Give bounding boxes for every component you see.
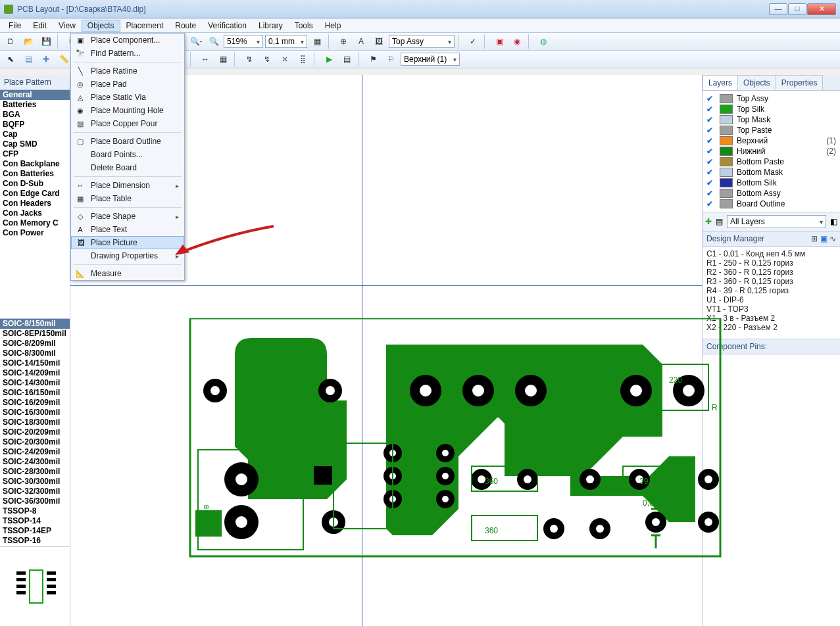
menu-verification[interactable]: Verification xyxy=(202,20,253,32)
layer-color-swatch[interactable] xyxy=(720,189,733,198)
layer-visible-icon[interactable]: ✔ xyxy=(706,147,716,156)
layer-row[interactable]: ✔Top Assy xyxy=(705,93,837,104)
library-item[interactable]: Con Jacks xyxy=(0,208,70,218)
layer-row[interactable]: ✔Верхний(1) xyxy=(705,135,837,146)
zoom-window-icon[interactable]: 🔍 xyxy=(206,34,222,49)
pattern-item[interactable]: SOIC-8/300mil xyxy=(0,349,70,358)
menu-item-find-pattern[interactable]: 🔭Find Pattern... xyxy=(71,47,184,60)
maximize-button[interactable]: □ xyxy=(788,3,806,15)
layer-color-swatch[interactable] xyxy=(720,136,733,145)
route-icon[interactable]: ↯ xyxy=(241,52,257,66)
pattern-item[interactable]: SOIC-18/300mil xyxy=(0,418,70,427)
menu-item-place-text[interactable]: APlace Text xyxy=(71,223,184,236)
layer-visible-icon[interactable]: ✔ xyxy=(706,189,716,198)
library-item[interactable]: Con Memory C xyxy=(0,218,70,228)
pattern-item[interactable]: TSSOP-14EP xyxy=(0,526,70,536)
layer-color-swatch[interactable] xyxy=(720,199,733,208)
layer-color-swatch[interactable] xyxy=(720,157,733,166)
menu-route[interactable]: Route xyxy=(169,20,202,32)
design-manager-item[interactable]: U1 - DIP-6 xyxy=(706,295,836,304)
layer-color-swatch[interactable] xyxy=(720,168,733,177)
pattern-item[interactable]: SOIC-30/300mil xyxy=(0,477,70,487)
drc-check-icon[interactable]: ⚑ xyxy=(365,52,381,66)
library-item[interactable]: Con Edge Card xyxy=(0,189,70,199)
menu-item-place-picture[interactable]: 🖼Place Picture xyxy=(71,236,184,249)
table-tool-icon[interactable]: ▦ xyxy=(215,52,231,66)
menu-item-board-points[interactable]: Board Points... xyxy=(71,148,184,161)
pattern-item[interactable]: SOIC-16/300mil xyxy=(0,408,70,418)
layer-color-swatch[interactable] xyxy=(720,126,733,135)
picture-icon[interactable]: 🖼 xyxy=(371,34,387,49)
menu-item-place-shape[interactable]: ◇Place Shape▸ xyxy=(71,210,184,223)
pattern-item[interactable]: SOIC-8EP/150mil xyxy=(0,329,70,339)
pattern-item[interactable]: SOIC-20/209mil xyxy=(0,427,70,437)
menu-item-place-component[interactable]: ▣Place Component... xyxy=(71,34,184,47)
cross-icon[interactable]: ✚ xyxy=(38,52,54,66)
menu-item-place-pad[interactable]: ◎Place Pad xyxy=(71,78,184,91)
zoom-out-icon[interactable]: 🔍- xyxy=(188,34,204,49)
pattern-list[interactable]: SOIC-8/150milSOIC-8EP/150milSOIC-8/209mi… xyxy=(0,319,70,548)
new-icon[interactable]: 🗋 xyxy=(3,34,18,49)
pattern-item[interactable]: SOIC-14/150mil xyxy=(0,358,70,368)
layer-row[interactable]: ✔Bottom Assy xyxy=(705,188,837,199)
dim-tool-icon[interactable]: ↔ xyxy=(197,52,213,66)
layer-color-swatch[interactable] xyxy=(720,115,733,124)
open-icon[interactable]: 📂 xyxy=(20,34,36,49)
drc-icon[interactable]: ✓ xyxy=(465,34,481,49)
design-manager-item[interactable]: R3 - 360 - R 0,125 гориз xyxy=(706,277,836,286)
layer-visible-icon[interactable]: ✔ xyxy=(706,178,716,187)
library-item[interactable]: BGA xyxy=(0,110,70,120)
design-manager-item[interactable]: C1 - 0,01 - Конд неп 4.5 мм xyxy=(706,249,836,258)
pattern-item[interactable]: SOIC-14/300mil xyxy=(0,378,70,388)
library-item[interactable]: Con D-Sub xyxy=(0,179,70,189)
layer-visible-icon[interactable]: ✔ xyxy=(706,157,716,166)
tab-objects[interactable]: Objects xyxy=(737,75,776,90)
layer-visible-icon[interactable]: ✔ xyxy=(706,126,716,135)
pattern-item[interactable]: TSSOP-8 xyxy=(0,506,70,516)
add-layer-icon[interactable]: ✚ xyxy=(705,217,712,226)
library-list[interactable]: GeneralBatteriesBGABQFPCapCap SMDCFPCon … xyxy=(0,90,70,319)
menu-item-drawing-properties[interactable]: Drawing Properties▸ xyxy=(71,249,184,262)
menu-item-place-table[interactable]: ▦Place Table xyxy=(71,192,184,205)
pattern-item[interactable]: SOIC-16/150mil xyxy=(0,388,70,398)
layer-color-swatch[interactable] xyxy=(720,105,733,114)
grid-icon[interactable]: ▦ xyxy=(309,34,325,49)
dm-icon-3[interactable]: ∿ xyxy=(829,234,836,243)
menu-view[interactable]: View xyxy=(53,20,82,32)
layer-row[interactable]: ✔Нижний(2) xyxy=(705,146,837,156)
library-item[interactable]: Con Headers xyxy=(0,199,70,208)
origin-icon[interactable]: ⊕ xyxy=(335,34,351,49)
design-manager-item[interactable]: R4 - 39 - R 0,125 гориз xyxy=(706,286,836,295)
menu-help[interactable]: Help xyxy=(319,20,347,32)
pattern-item[interactable]: TSSOP-14 xyxy=(0,516,70,526)
dm-icon-1[interactable]: ⊞ xyxy=(811,234,818,243)
layer-visible-icon[interactable]: ✔ xyxy=(706,115,716,124)
stop-icon[interactable]: ▤ xyxy=(339,52,355,66)
library-item[interactable]: Cap xyxy=(0,130,70,139)
pattern-item[interactable]: SOIC-8/209mil xyxy=(0,339,70,349)
close-button[interactable]: ✕ xyxy=(807,3,836,15)
menu-item-place-static-via[interactable]: ◬Place Static Via xyxy=(71,91,184,104)
menu-item-measure[interactable]: 📐Measure xyxy=(71,267,184,280)
menu-edit[interactable]: Edit xyxy=(27,20,53,32)
layer-color-swatch[interactable] xyxy=(720,178,733,187)
menu-file[interactable]: File xyxy=(3,20,27,32)
pattern-item[interactable]: SOIC-8/150mil xyxy=(0,319,70,329)
save-icon[interactable]: 💾 xyxy=(38,34,54,49)
layer-visible-icon[interactable]: ✔ xyxy=(706,199,716,208)
pattern-item[interactable]: TSSOP-16 xyxy=(0,536,70,546)
pattern-item[interactable]: SOIC-24/300mil xyxy=(0,457,70,467)
layer-row[interactable]: ✔Bottom Mask xyxy=(705,167,837,178)
layer-row[interactable]: ✔Bottom Silk xyxy=(705,178,837,188)
menu-objects[interactable]: Objects xyxy=(82,20,120,32)
design-manager-item[interactable]: R1 - 250 - R 0,125 гориз xyxy=(706,258,836,268)
active-layer-combo[interactable]: Верхний (1) xyxy=(401,53,460,66)
text-icon[interactable]: A xyxy=(353,34,369,49)
measure-icon[interactable]: 📏 xyxy=(56,52,72,66)
route3-icon[interactable]: ⤬ xyxy=(277,52,293,66)
menu-item-delete-board[interactable]: Delete Board xyxy=(71,161,184,174)
menu-item-place-board-outline[interactable]: ▢Place Board Outline xyxy=(71,135,184,148)
pattern-item[interactable]: SOIC-28/300mil xyxy=(0,467,70,477)
layer-visible-icon[interactable]: ✔ xyxy=(706,136,716,145)
pad-icon[interactable]: ◉ xyxy=(509,34,525,49)
